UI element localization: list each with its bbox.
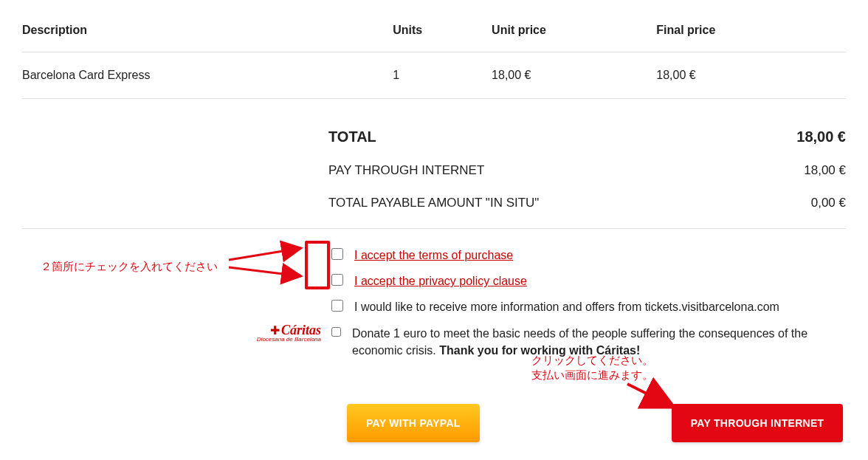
marketing-row: I would like to receive more information… bbox=[328, 294, 846, 320]
cell-description: Barcelona Card Express bbox=[22, 52, 393, 99]
terms-checkbox[interactable] bbox=[331, 248, 343, 260]
checkout-page: Description Units Unit price Final price… bbox=[0, 0, 868, 460]
privacy-row: I accept the privacy policy clause bbox=[328, 268, 846, 294]
svg-line-1 bbox=[229, 267, 301, 276]
total-value: 18,00 € bbox=[796, 128, 846, 145]
cell-units: 1 bbox=[393, 52, 492, 99]
privacy-checkbox[interactable] bbox=[331, 274, 343, 286]
pay-internet-value: 18,00 € bbox=[804, 163, 846, 178]
th-final-price: Final price bbox=[656, 15, 846, 52]
total-label: TOTAL bbox=[328, 128, 796, 145]
divider bbox=[22, 228, 846, 229]
insitu-label: TOTAL PAYABLE AMOUNT "IN SITU" bbox=[328, 196, 811, 210]
pay-with-paypal-button[interactable]: PAY WITH PAYPAL bbox=[347, 404, 480, 442]
donate-thanks: Thank you for working with Cáritas! bbox=[439, 344, 640, 357]
consent-section: I accept the terms of purchase I accept … bbox=[328, 242, 846, 363]
arrow-to-privacy-icon bbox=[229, 264, 310, 282]
svg-line-0 bbox=[229, 248, 301, 260]
donate-label: Donate 1 euro to meet the basic needs of… bbox=[352, 325, 846, 359]
donate-checkbox[interactable] bbox=[331, 327, 341, 337]
totals-section: TOTAL 18,00 € PAY THROUGH INTERNET 18,00… bbox=[328, 120, 846, 219]
caritas-icon: ✚ bbox=[270, 325, 280, 337]
insitu-value: 0,00 € bbox=[811, 196, 846, 210]
caritas-subtitle: Diocesana de Barcelona bbox=[255, 337, 321, 343]
cell-unit-price: 18,00 € bbox=[492, 52, 656, 99]
cell-final-price: 18,00 € bbox=[656, 52, 846, 99]
th-description: Description bbox=[22, 15, 393, 52]
th-units: Units bbox=[393, 15, 492, 52]
pay-internet-label: PAY THROUGH INTERNET bbox=[328, 163, 804, 178]
terms-row: I accept the terms of purchase bbox=[328, 242, 846, 268]
arrow-to-terms-icon bbox=[229, 244, 310, 261]
marketing-label: I would like to receive more information… bbox=[354, 298, 779, 315]
svg-line-2 bbox=[627, 384, 672, 406]
marketing-checkbox[interactable] bbox=[331, 300, 343, 312]
terms-link[interactable]: I accept the terms of purchase bbox=[354, 247, 513, 264]
annotation-check-note: ２箇所にチェックを入れてください bbox=[41, 260, 218, 274]
caritas-name: Cáritas bbox=[281, 323, 321, 337]
pay-through-internet-button[interactable]: PAY THROUGH INTERNET bbox=[672, 404, 844, 442]
caritas-logo: ✚Cáritas Diocesana de Barcelona bbox=[255, 323, 321, 343]
annotation-box bbox=[305, 241, 330, 289]
order-table: Description Units Unit price Final price… bbox=[22, 15, 846, 99]
donate-row: ✚Cáritas Diocesana de Barcelona Donate 1… bbox=[328, 320, 846, 363]
annotation-click-line2: 支払い画面に進みます。 bbox=[531, 368, 653, 382]
table-row: Barcelona Card Express 1 18,00 € 18,00 € bbox=[22, 52, 846, 99]
th-unit-price: Unit price bbox=[492, 15, 656, 52]
button-row: PAY WITH PAYPAL PAY THROUGH INTERNET bbox=[347, 404, 846, 457]
privacy-link[interactable]: I accept the privacy policy clause bbox=[354, 272, 527, 289]
